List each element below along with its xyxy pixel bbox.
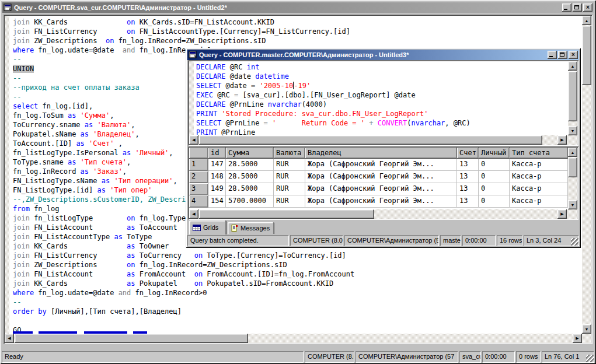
outer-titlebar[interactable]: Query - COMPUTER.sva_cur.COMPUTER\Админи…	[2, 2, 594, 13]
inner-sql-editor[interactable]: DECLARE @RC intDECLARE @date datetimeSEL…	[188, 60, 578, 146]
scroll-down-arrow[interactable]: ▼	[568, 126, 577, 135]
inner-editor-hscrollbar[interactable]: ◀ ▶	[189, 135, 567, 145]
grid-header-cell[interactable]: Сумма	[226, 148, 274, 159]
grid-cell[interactable]: 13	[457, 195, 479, 208]
resize-grip[interactable]	[571, 238, 578, 246]
grid-cell[interactable]: 5700.0000	[226, 195, 274, 208]
code-segment: FN_ListAccountType	[34, 233, 114, 241]
grid-cell[interactable]: Жора (Сафронский Георгий Эм...	[305, 183, 457, 195]
code-segment: and	[118, 289, 131, 297]
code-segment: --приход на счет оплаты заказа	[13, 83, 140, 92]
minimize-button[interactable]	[562, 4, 571, 12]
grid-cell[interactable]: 28.5000	[226, 183, 274, 195]
grid-cell[interactable]: Жора (Сафронский Георгий Эм...	[305, 171, 457, 183]
scroll-right-arrow[interactable]: ▶	[557, 209, 567, 219]
code-segment: fn_listLogType	[34, 214, 127, 222]
scroll-up-arrow[interactable]: ▲	[568, 61, 577, 71]
grid-header-cell[interactable]: id	[208, 148, 226, 159]
grid-cell[interactable]: 2	[189, 171, 208, 183]
inner-statusbar: Query batch completed. COMPUTER (8.0) CO…	[187, 235, 579, 246]
scroll-right-arrow[interactable]: ▶	[573, 334, 582, 343]
grid-hscrollbar[interactable]: ◀ ▶	[189, 209, 567, 219]
grid-cell[interactable]: Жора (Сафронский Георгий Эм...	[305, 159, 457, 171]
grid-header-cell[interactable]: Личный	[479, 148, 510, 159]
grid-cell[interactable]: RUR	[274, 183, 305, 195]
code-segment: PRINT	[196, 110, 217, 118]
scroll-down-arrow[interactable]: ▼	[568, 200, 577, 209]
grid-header-cell[interactable]: Владелец	[305, 148, 457, 159]
inner-editor-vscrollbar[interactable]: ▲ ▼	[568, 61, 577, 135]
code-segment: ,	[110, 111, 114, 120]
grid-cell[interactable]: 4	[189, 195, 208, 208]
scroll-thumb[interactable]	[568, 158, 577, 177]
inner-titlebar[interactable]: Query - COMPUTER.master.COMPUTER\Админис…	[187, 50, 579, 60]
grid-cell[interactable]: 0	[479, 171, 510, 183]
scroll-left-arrow[interactable]: ◀	[189, 209, 198, 219]
code-segment: join	[13, 223, 34, 232]
grid-cell[interactable]: Касса-р	[510, 171, 568, 183]
grid-header-cell[interactable]: Валюта	[274, 148, 305, 159]
scroll-up-arrow[interactable]: ▲	[582, 16, 591, 25]
grid-cell[interactable]: Жора (Сафронский Георгий Эм...	[305, 195, 457, 208]
grid-header-cell[interactable]: Тип счета	[510, 148, 568, 159]
code-segment: (	[407, 119, 411, 127]
resize-grip[interactable]	[586, 355, 594, 362]
scroll-down-arrow[interactable]: ▼	[582, 324, 591, 334]
grid-cell[interactable]: Касса-р	[510, 183, 568, 195]
scroll-thumb[interactable]	[15, 334, 248, 343]
tab-messages[interactable]: Messages	[228, 222, 274, 234]
outer-editor-hscrollbar[interactable]: ◀ ▶	[5, 334, 582, 343]
grid-cell[interactable]: 13	[457, 171, 479, 183]
grid-header-cell[interactable]: Счет	[457, 148, 479, 159]
grid-cell[interactable]: Касса-р	[510, 159, 568, 171]
scroll-right-arrow[interactable]: ▶	[557, 135, 567, 145]
grid-cell[interactable]: 28.5000	[226, 159, 274, 171]
minimize-button[interactable]	[548, 51, 557, 59]
scroll-thumb[interactable]	[199, 135, 542, 145]
grid-cell[interactable]: RUR	[274, 195, 305, 208]
results-grid[interactable]: idСуммаВалютаВладелецСчетЛичныйТип счета…	[188, 146, 578, 220]
status-exec-time: 0:00:00	[462, 235, 496, 246]
grid-cell[interactable]: 28.5000	[226, 171, 274, 183]
code-segment: @date	[226, 72, 256, 80]
close-button[interactable]: ×	[569, 51, 578, 59]
grid-cell[interactable]: 147	[208, 159, 226, 171]
code-segment: FN_ListAccount	[34, 223, 127, 232]
outer-editor-vscrollbar[interactable]: ▲ ▼	[582, 16, 591, 334]
code-segment: 'Тип опер'	[110, 186, 152, 194]
grid-cell[interactable]: RUR	[274, 159, 305, 171]
code-segment: on	[127, 261, 135, 269]
close-button[interactable]: ×	[583, 4, 592, 12]
scroll-left-arrow[interactable]: ◀	[189, 135, 198, 145]
grid-cell[interactable]: 0	[479, 159, 510, 171]
grid-cell[interactable]: 148	[208, 171, 226, 183]
scroll-up-arrow[interactable]: ▲	[568, 148, 577, 157]
code-segment: on	[127, 214, 135, 222]
grid-cell[interactable]: RUR	[274, 171, 305, 183]
grid-cell[interactable]: 13	[457, 159, 479, 171]
maximize-button[interactable]	[573, 4, 582, 12]
scroll-thumb[interactable]	[582, 26, 591, 85]
code-line: where fn_log.udate=@date and fn_log.InRe…	[13, 288, 354, 298]
scroll-left-arrow[interactable]: ◀	[5, 334, 14, 343]
grid-cell[interactable]: 1	[189, 159, 208, 171]
grid-cell[interactable]: Касса-р	[510, 195, 568, 208]
code-segment: 'Валюта'	[97, 121, 131, 129]
grid-cell[interactable]: 149	[208, 183, 226, 195]
grid-cell[interactable]: 13	[457, 183, 479, 195]
grid-cell[interactable]: 3	[189, 183, 208, 195]
code-segment: fn_log.ToSum	[13, 111, 68, 120]
code-segment	[76, 158, 80, 166]
grid-cell[interactable]: 154	[208, 195, 226, 208]
code-segment: as	[127, 270, 135, 278]
maximize-button[interactable]	[558, 51, 567, 59]
code-segment: join	[13, 251, 34, 260]
code-segment: datetime	[255, 72, 289, 80]
grid-cell[interactable]: 0	[479, 195, 510, 208]
grid-header-cell[interactable]	[189, 148, 208, 159]
grid-vscrollbar[interactable]: ▲ ▼	[568, 148, 577, 209]
scroll-thumb[interactable]	[199, 209, 374, 219]
grid-cell[interactable]: 0	[479, 183, 510, 195]
scroll-thumb[interactable]	[568, 71, 577, 121]
tab-grids[interactable]: Grids	[189, 220, 226, 235]
